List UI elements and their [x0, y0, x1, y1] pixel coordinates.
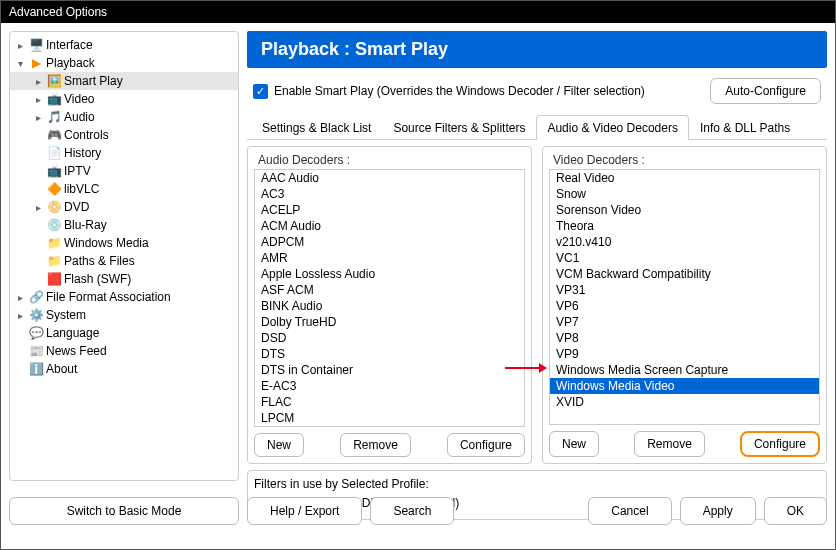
tree-item-news-feed[interactable]: 📰News Feed [10, 342, 238, 360]
tree-item-label: News Feed [46, 344, 107, 358]
video-remove-button[interactable]: Remove [634, 431, 705, 457]
chevron-icon: ▸ [14, 292, 26, 303]
chevron-icon: ▸ [32, 112, 44, 123]
list-item[interactable]: E-AC3 [255, 378, 524, 394]
tree-item-controls[interactable]: 🎮Controls [10, 126, 238, 144]
tree-item-label: IPTV [64, 164, 91, 178]
list-item[interactable]: VC1 [550, 250, 819, 266]
audio-configure-button[interactable]: Configure [447, 433, 525, 457]
tree-item-dvd[interactable]: ▸📀DVD [10, 198, 238, 216]
tree-item-paths-files[interactable]: 📁Paths & Files [10, 252, 238, 270]
tree-item-system[interactable]: ▸⚙️System [10, 306, 238, 324]
tree-item-label: Interface [46, 38, 93, 52]
list-item[interactable]: v210.v410 [550, 234, 819, 250]
tree-item-label: Windows Media [64, 236, 149, 250]
list-item[interactable]: ADPCM [255, 234, 524, 250]
list-item[interactable]: Windows Media Screen Capture [550, 362, 819, 378]
list-item[interactable]: ACM Audio [255, 218, 524, 234]
list-item[interactable]: LPCM [255, 410, 524, 426]
list-item[interactable]: AAC Audio [255, 170, 524, 186]
list-item[interactable]: Theora [550, 218, 819, 234]
tree-item-audio[interactable]: ▸🎵Audio [10, 108, 238, 126]
list-item[interactable]: DTS [255, 346, 524, 362]
list-item[interactable]: XVID [550, 394, 819, 410]
tree-item-video[interactable]: ▸📺Video [10, 90, 238, 108]
tree-item-label: Paths & Files [64, 254, 135, 268]
video-new-button[interactable]: New [549, 431, 599, 457]
tree-item-flash-swf-[interactable]: 🟥Flash (SWF) [10, 270, 238, 288]
list-item[interactable]: DSD [255, 330, 524, 346]
list-item[interactable]: Windows Media Video [550, 378, 819, 394]
tree-item-label: Controls [64, 128, 109, 142]
tab-audio-video-decoders[interactable]: Audio & Video Decoders [536, 115, 689, 140]
tree-icon: 🔗 [28, 289, 44, 305]
cancel-button[interactable]: Cancel [588, 497, 671, 525]
audio-decoders-list[interactable]: AAC AudioAC3ACELPACM AudioADPCMAMRApple … [254, 169, 525, 427]
list-item[interactable]: VP8 [550, 330, 819, 346]
list-item[interactable]: Sorenson Video [550, 202, 819, 218]
auto-configure-button[interactable]: Auto-Configure [710, 78, 821, 104]
tree-item-playback[interactable]: ▾▶Playback [10, 54, 238, 72]
chevron-icon: ▸ [32, 202, 44, 213]
help-export-button[interactable]: Help / Export [247, 497, 362, 525]
tree-item-blu-ray[interactable]: 💿Blu-Ray [10, 216, 238, 234]
chevron-icon: ▸ [14, 310, 26, 321]
tree-icon: 🟥 [46, 271, 62, 287]
list-item[interactable]: FLAC [255, 394, 524, 410]
list-item[interactable]: VP9 [550, 346, 819, 362]
tree-item-libvlc[interactable]: 🔶libVLC [10, 180, 238, 198]
list-item[interactable]: Snow [550, 186, 819, 202]
apply-button[interactable]: Apply [680, 497, 756, 525]
tab-source-filters-splitters[interactable]: Source Filters & Splitters [382, 115, 536, 140]
list-item[interactable]: BINK Audio [255, 298, 524, 314]
tree-icon: 📀 [46, 199, 62, 215]
tree-item-label: About [46, 362, 77, 376]
audio-new-button[interactable]: New [254, 433, 304, 457]
audio-decoders-panel: Audio Decoders : AAC AudioAC3ACELPACM Au… [247, 146, 532, 464]
tree-icon: ▶ [28, 55, 44, 71]
tree-icon: 📰 [28, 343, 44, 359]
tab-bar: Settings & Black ListSource Filters & Sp… [247, 114, 827, 140]
tree-item-history[interactable]: 📄History [10, 144, 238, 162]
tree-item-language[interactable]: 💬Language [10, 324, 238, 342]
list-item[interactable]: AC3 [255, 186, 524, 202]
tab-info-dll-paths[interactable]: Info & DLL Paths [689, 115, 801, 140]
audio-decoders-title: Audio Decoders : [254, 153, 525, 167]
tree-item-label: Language [46, 326, 99, 340]
list-item[interactable]: Apple Lossless Audio [255, 266, 524, 282]
list-item[interactable]: Dolby TrueHD [255, 314, 524, 330]
tree-item-smart-play[interactable]: ▸🖼️Smart Play [10, 72, 238, 90]
list-item[interactable]: VP6 [550, 298, 819, 314]
list-item[interactable]: VP31 [550, 282, 819, 298]
list-item[interactable]: DTS in Container [255, 362, 524, 378]
tree-icon: 📄 [46, 145, 62, 161]
tree-item-label: Smart Play [64, 74, 123, 88]
tree-item-file-format-association[interactable]: ▸🔗File Format Association [10, 288, 238, 306]
video-configure-button[interactable]: Configure [740, 431, 820, 457]
ok-button[interactable]: OK [764, 497, 827, 525]
list-item[interactable]: AMR [255, 250, 524, 266]
tree-item-label: Playback [46, 56, 95, 70]
tree-item-label: File Format Association [46, 290, 171, 304]
video-decoders-list[interactable]: Real VideoSnowSorenson VideoTheorav210.v… [549, 169, 820, 425]
tree-item-label: Flash (SWF) [64, 272, 131, 286]
switch-to-basic-mode-button[interactable]: Switch to Basic Mode [9, 497, 239, 525]
svg-marker-1 [539, 363, 547, 373]
nav-tree: ▸🖥️Interface▾▶Playback▸🖼️Smart Play▸📺Vid… [9, 31, 239, 481]
tab-settings-black-list[interactable]: Settings & Black List [251, 115, 382, 140]
tree-icon: 📁 [46, 253, 62, 269]
tree-item-about[interactable]: ℹ️About [10, 360, 238, 378]
audio-remove-button[interactable]: Remove [340, 433, 411, 457]
enable-smart-play-checkbox[interactable]: ✓ Enable Smart Play (Overrides the Windo… [253, 84, 645, 99]
tree-icon: 📁 [46, 235, 62, 251]
tree-item-interface[interactable]: ▸🖥️Interface [10, 36, 238, 54]
list-item[interactable]: VCM Backward Compatibility [550, 266, 819, 282]
list-item[interactable]: ACELP [255, 202, 524, 218]
tree-item-label: History [64, 146, 101, 160]
list-item[interactable]: ASF ACM [255, 282, 524, 298]
tree-item-iptv[interactable]: 📺IPTV [10, 162, 238, 180]
list-item[interactable]: Real Video [550, 170, 819, 186]
list-item[interactable]: VP7 [550, 314, 819, 330]
tree-item-windows-media[interactable]: 📁Windows Media [10, 234, 238, 252]
search-button[interactable]: Search [370, 497, 454, 525]
